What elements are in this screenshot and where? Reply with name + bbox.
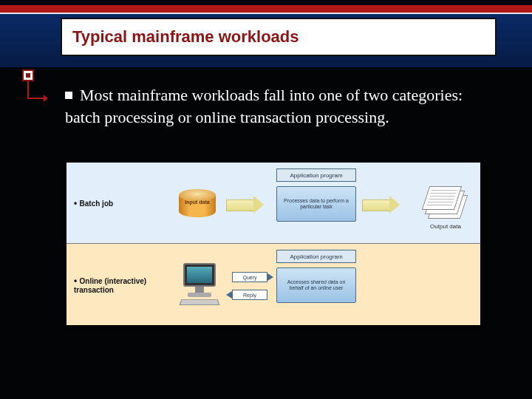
app-program-title: Application program [276, 168, 356, 182]
arrow-right-icon [362, 197, 400, 213]
title-box: Typical mainframe workloads [61, 18, 497, 56]
input-data-label: Input data [179, 200, 216, 205]
connector-line [27, 98, 45, 99]
output-pages-icon [423, 183, 467, 220]
reply-label-box: Reply [232, 290, 267, 300]
app-program-box: Processes data to perform a particular t… [276, 186, 356, 222]
connector-line [27, 81, 29, 98]
side-marker-icon [22, 69, 34, 81]
app-program-title-2: Application program [276, 250, 356, 263]
body-paragraph: Most mainframe workloads fall into one o… [65, 84, 480, 128]
diagram-row-online: Online (interactive) transaction Query R… [66, 244, 480, 325]
input-cylinder-icon: Input data [179, 189, 216, 217]
arrow-left-icon [226, 291, 232, 299]
output-data-label: Output data [421, 223, 470, 230]
arrow-right-icon [267, 273, 273, 281]
accent-bar [0, 5, 532, 13]
app-program-desc: Processes data to perform a particular t… [280, 198, 352, 211]
query-label-box: Query [232, 272, 267, 282]
arrow-right-icon [226, 197, 265, 213]
workload-diagram: Batch job Input data Application program… [66, 163, 480, 325]
app-program-box-2: Accesses shared data on behalf of an onl… [276, 267, 356, 303]
bullet-icon [65, 92, 72, 99]
row-label-batch: Batch job [74, 198, 163, 208]
diagram-row-batch: Batch job Input data Application program… [66, 163, 480, 244]
terminal-icon [177, 263, 222, 307]
app-program-desc-2: Accesses shared data on behalf of an onl… [280, 279, 352, 292]
arrow-right-icon [44, 95, 48, 102]
row-label-online: Online (interactive) transaction [74, 276, 163, 294]
slide-title: Typical mainframe workloads [72, 27, 299, 47]
body-text: Most mainframe workloads fall into one o… [65, 86, 463, 126]
